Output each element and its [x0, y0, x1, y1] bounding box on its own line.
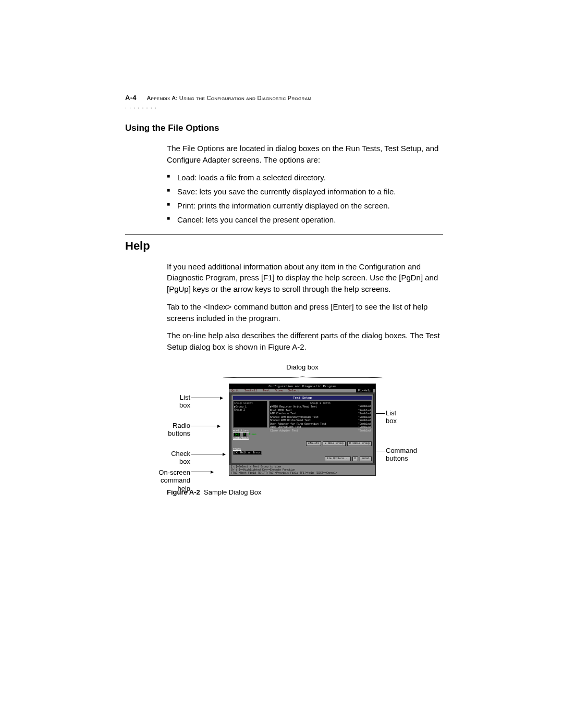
ss-button-row-1: efaults E able Group D sable Group — [233, 441, 372, 446]
page: A-4 Appendix A: Using the Configuration … — [0, 0, 563, 728]
figure-caption: Figure A-2 Sample Dialog Box — [167, 488, 438, 496]
annot-check-box: Check box — [159, 450, 190, 466]
ss-button: ancel — [360, 456, 372, 461]
chapter-title: Appendix A: Using the Configuration and … — [147, 95, 311, 101]
brace-icon: ︷ — [0, 375, 563, 378]
annot-list-box-left: List box — [159, 393, 190, 410]
help-p2: Tab to the <Index> command button and pr… — [167, 301, 443, 324]
annot-onscreen-help: On-screen command help — [146, 468, 190, 493]
menu-item: Test — [263, 389, 270, 392]
annot-radio-buttons: Radio buttons — [151, 422, 190, 438]
ss-button: efaults — [306, 441, 321, 446]
running-header: A-4 Appendix A: Using the Configuration … — [125, 94, 443, 102]
menu-item: Install — [244, 389, 257, 392]
annot-list-box-right: List box — [386, 409, 397, 425]
file-options-body: The File Options are located in dialog b… — [167, 143, 443, 225]
help-p1: If you need additional information about… — [167, 261, 443, 295]
dialog-screenshot: Configuration and Diagnostic Program Qui… — [229, 384, 376, 476]
ss-button: E able Group — [323, 441, 346, 446]
menu-item: Quit — [231, 389, 239, 392]
ss-button: ile Options... — [325, 456, 351, 461]
figure: Dialog box ︷ List box Radio buttons Chec… — [167, 363, 438, 496]
ss-button: K — [352, 456, 358, 461]
list-item: Load: loads a file from a selected direc… — [167, 172, 443, 183]
ss-menu: Quit Install Test View Select F1=Help — [229, 389, 375, 392]
ss-errors: rrors [X] Halt on Error — [233, 448, 372, 455]
ss-title: Configuration and Diagnostic Program — [229, 384, 375, 389]
header-dots: . . . . . . . . — [125, 103, 443, 109]
subsection-heading: Using the File Options — [125, 123, 443, 133]
menu-item: Select — [288, 389, 299, 392]
ss-tests-listbox: Group 1 Tests ▶MMIO Register Write/Read … — [269, 401, 372, 428]
page-number: A-4 — [125, 94, 137, 102]
annot-command-buttons: Command buttons — [386, 447, 417, 463]
figure-top-label: Dialog box — [167, 363, 438, 371]
file-options-list: Load: loads a file from a selected direc… — [167, 172, 443, 225]
help-p3: The on-line help also describes the diff… — [167, 330, 443, 353]
ss-button: D sable Group — [347, 441, 372, 446]
section-rule — [125, 235, 443, 235]
ss-button-row-2: ile Options... K ancel — [233, 456, 372, 461]
list-item: Save: lets you save the currently displa… — [167, 186, 443, 197]
ss-group-listbox: Group Select ▶Group 1 Group 2 — [233, 401, 267, 428]
help-hint: F1=Help — [356, 389, 373, 392]
list-item: Cancel: lets you cancel the present oper… — [167, 214, 443, 225]
help-body: If you need additional information about… — [167, 261, 443, 353]
ss-setup-title: Test Setup — [233, 396, 372, 400]
section-heading: Help — [125, 239, 443, 253]
list-item: Print: prints the information currently … — [167, 200, 443, 211]
ss-footer-help: [↑↓]=Select a Test Group to View [h't']=… — [229, 465, 375, 475]
file-options-intro: The File Options are located in dialog b… — [167, 143, 443, 166]
menu-item: View — [275, 389, 283, 392]
